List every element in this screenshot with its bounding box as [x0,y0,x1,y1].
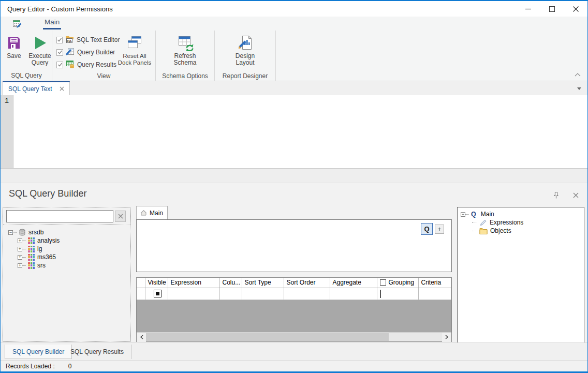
diagram-tab-main[interactable]: Main [136,206,168,219]
add-query-button[interactable]: + [435,225,444,234]
tab-list-dropdown[interactable] [577,87,581,90]
tree-node-srsdb[interactable]: − srsdb [3,228,130,236]
col-header-aggregate[interactable]: Aggregate [330,278,377,288]
ribbon-tab-main[interactable]: Main [43,18,61,29]
tree-node-label: Objects [490,227,511,234]
grid-horizontal-scrollbar[interactable] [137,332,451,341]
expand-icon[interactable]: + [18,238,22,243]
records-loaded-value: 0 [68,363,72,370]
scroll-left-button[interactable] [137,333,146,342]
scroll-thumb[interactable] [146,333,389,341]
col-header-sort-order[interactable]: Sort Order [284,278,330,288]
visible-cell-selected[interactable] [145,288,168,300]
tab-sql-query-text-label: SQL Query Text [8,85,52,93]
toggle-query-results[interactable]: Query Results [56,59,117,70]
tab-close-button[interactable] [60,86,64,91]
maximize-button[interactable] [540,1,564,17]
sql-editor-body[interactable] [13,95,587,168]
grouping-cell[interactable] [377,288,418,300]
tree-node-main-query[interactable]: − Q Main [461,210,584,218]
tree-node-ig[interactable]: + ig [3,245,130,253]
close-icon [118,214,123,219]
app-menu-button[interactable] [8,18,25,30]
column-cell[interactable] [219,288,242,300]
tab-sql-query-builder[interactable]: SQL Query Builder [5,345,72,359]
close-icon [573,192,579,198]
checkbox-checked-icon [56,49,63,56]
row-indicator-cell[interactable] [137,288,145,300]
scroll-track[interactable] [146,333,442,341]
tree-node-label: ms365 [37,253,56,261]
query-builder-icon [66,47,75,57]
col-header-sort-type[interactable]: Sort Type [242,278,284,288]
sort-type-cell[interactable] [242,288,284,300]
expand-icon[interactable]: + [18,255,22,260]
toggle-sql-text-editor[interactable]: SQL SQL Text Editor [56,35,117,45]
col-header-column[interactable]: Colu... [219,278,242,288]
tree-node-label: ig [37,245,42,252]
home-icon [140,210,147,216]
svg-text:SQL: SQL [67,39,72,42]
tree-node-ms365[interactable]: + ms365 [3,253,130,261]
sort-order-cell[interactable] [284,288,330,300]
minimize-button[interactable] [516,1,540,17]
scroll-right-button[interactable] [442,333,451,342]
query-results-label: Query Results [77,61,116,68]
criteria-cell[interactable] [418,288,451,300]
pin-icon [553,191,560,199]
line-number-gutter: 1 [1,95,13,168]
ribbon-tab-main-label: Main [45,18,60,26]
expression-cell[interactable] [168,288,219,300]
close-panel-button[interactable] [571,190,580,200]
tree-node-label: Expressions [490,219,523,226]
collapse-ribbon-button[interactable] [573,71,582,78]
query-node-button[interactable]: Q [421,223,433,235]
grouping-header-checkbox[interactable] [380,279,386,286]
close-button[interactable] [564,1,587,17]
tab-sql-query-text[interactable]: SQL Query Text [3,81,70,95]
toggle-query-builder[interactable]: Query Builder [56,47,117,57]
reset-dock-panels-button[interactable]: Reset All Dock Panels [117,33,152,70]
chevron-left-icon [140,335,143,339]
status-bar: Records Loaded : 0 [1,360,587,371]
group-label-sql-query: SQL Query [1,72,52,79]
tree-node-analysis[interactable]: + analysis [3,236,130,245]
execute-query-label: Execute Query [26,53,53,66]
tab-sql-query-results[interactable]: SQL Query Results [63,345,131,359]
query-diagram-canvas[interactable]: Q + [136,219,452,272]
view-check-list: SQL SQL Text Editor [52,33,117,70]
execute-icon [32,34,48,52]
columns-grid: Visible Expression Colu... Sort Type Sor… [136,277,452,342]
panel-splitter[interactable] [1,169,587,183]
close-icon [60,86,64,91]
ribbon-tab-row: Main [1,17,587,31]
panel-title: SQL Query Builder [9,188,86,199]
collapse-icon[interactable]: − [8,230,13,235]
visible-checkbox[interactable] [154,290,161,297]
schema-search-input[interactable] [6,210,113,222]
col-header-visible[interactable]: Visible [145,278,168,288]
line-number: 1 [5,97,9,105]
expand-icon[interactable]: + [18,247,22,251]
window-controls [516,1,587,17]
tree-node-srs[interactable]: + srs [3,261,130,270]
design-layout-icon [237,34,254,52]
records-loaded-label: Records Loaded : [6,363,55,370]
grouping-checkbox[interactable] [380,290,381,298]
tree-node-objects[interactable]: Objects [461,227,584,235]
pin-panel-button[interactable] [551,190,561,200]
clear-search-button[interactable] [115,211,126,222]
col-header-criteria[interactable]: Criteria [418,278,451,288]
group-label-schema-options: Schema Options [156,72,214,80]
dock-panels-icon [127,34,142,52]
expand-icon[interactable]: + [18,263,22,268]
tree-node-expressions[interactable]: Expressions [461,218,584,227]
col-header-grouping[interactable]: Grouping [377,278,418,288]
col-header-expression[interactable]: Expression [168,278,219,288]
ribbon-group-report-designer: Design Layout Report Designer [215,31,276,81]
checkbox-checked-icon [56,62,63,68]
collapse-icon[interactable]: − [461,212,465,217]
grid-header-row: Visible Expression Colu... Sort Type Sor… [137,278,451,288]
aggregate-cell[interactable] [330,288,377,300]
tree-node-label: Main [481,211,494,218]
